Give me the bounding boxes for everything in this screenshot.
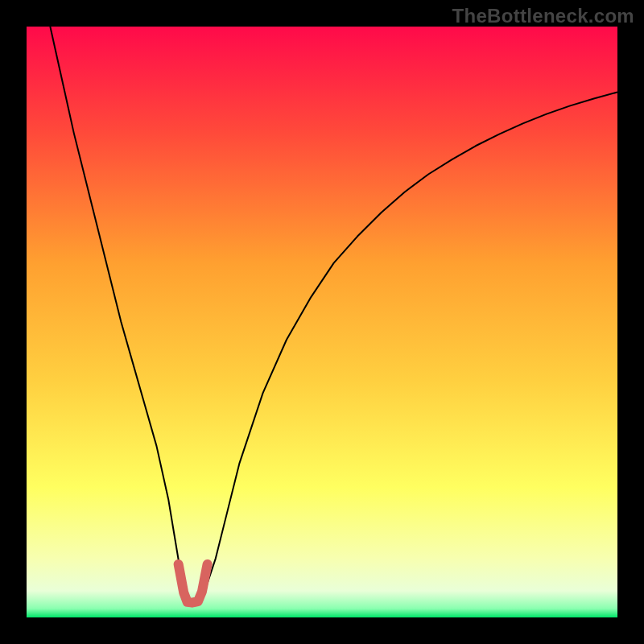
chart-frame: TheBottleneck.com [0,0,644,644]
curves-layer [27,27,617,617]
plot-area [27,27,617,617]
bottleneck-curve [50,27,617,603]
watermark-text: TheBottleneck.com [452,5,634,27]
optimal-marker [179,564,208,603]
